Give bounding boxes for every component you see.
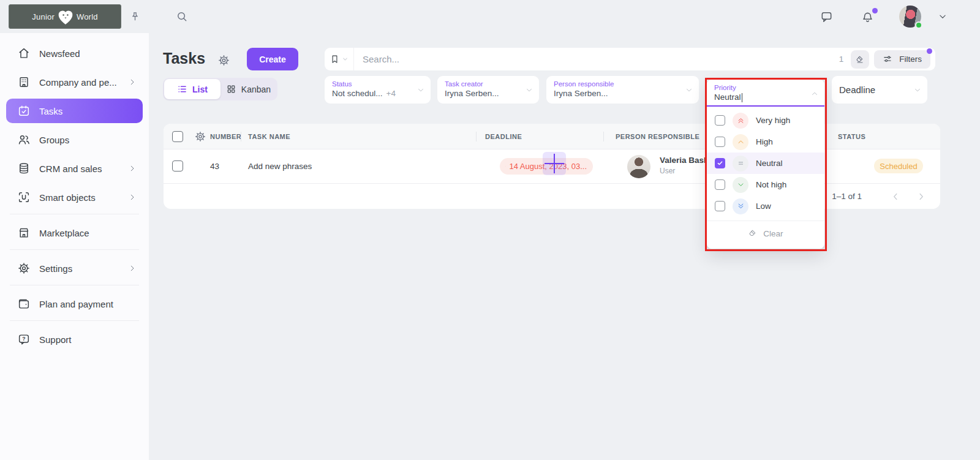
option-checkbox-checked[interactable] <box>715 158 725 168</box>
app-logo[interactable]: Junior World <box>9 4 121 29</box>
divider <box>10 320 139 321</box>
sidebar-item-settings[interactable]: Settings <box>6 256 143 281</box>
users-icon <box>17 133 31 146</box>
priority-option-neutral[interactable]: Neutral <box>707 153 824 174</box>
divider <box>241 132 241 141</box>
option-label: Neutral <box>756 159 783 168</box>
eraser-icon <box>748 228 758 238</box>
row-checkbox[interactable] <box>172 160 183 172</box>
sidebar-item-label: Newsfeed <box>39 48 80 59</box>
notifications-bell-icon[interactable] <box>861 10 875 24</box>
sidebar-item-tasks[interactable]: Tasks <box>6 99 143 123</box>
heart-logo-icon <box>55 6 76 27</box>
chevron-down-icon <box>733 177 748 193</box>
filter-value: Iryna Serben... <box>554 88 683 99</box>
sidebar-item-newsfeed[interactable]: Newsfeed <box>6 41 143 66</box>
filter-label: Priority <box>714 83 809 92</box>
chat-icon[interactable] <box>820 10 834 24</box>
saved-searches-dropdown[interactable] <box>325 48 354 70</box>
filters-label: Filters <box>899 55 922 64</box>
chevron-right-icon <box>128 164 137 173</box>
pagination-next-button[interactable] <box>916 191 927 202</box>
calendar-check-icon <box>17 104 31 118</box>
chevron-right-icon <box>128 193 137 202</box>
sidebar-item-label: Company and pe... <box>39 77 117 88</box>
person-avatar[interactable] <box>627 155 650 178</box>
deadline-text: 14 August, 2023, 03... <box>510 162 587 171</box>
list-icon <box>177 84 187 94</box>
sidebar-item-label: Marketplace <box>39 228 89 238</box>
priority-options-list: Very high High Neutral Not high <box>707 107 824 217</box>
option-label: Not high <box>756 180 786 189</box>
filter-task-creator[interactable]: Task creator Iryna Serben... <box>437 76 539 104</box>
priority-option-very-high[interactable]: Very high <box>707 110 824 131</box>
wallet-icon <box>17 297 31 311</box>
clear-label: Clear <box>763 229 783 238</box>
option-checkbox[interactable] <box>715 137 725 147</box>
column-header-status[interactable]: STATUS <box>838 124 865 149</box>
priority-clear-button[interactable]: Clear <box>707 221 824 246</box>
cell-task-name[interactable]: Add new phrases <box>248 149 312 183</box>
sidebar-item-marketplace[interactable]: Marketplace <box>6 221 143 245</box>
priority-filter-field[interactable]: Priority Neutral <box>707 80 824 107</box>
user-avatar[interactable] <box>899 6 921 28</box>
filter-label: Deadline <box>839 85 875 95</box>
filter-person-responsible[interactable]: Person responsible Iryna Serben... <box>546 76 699 104</box>
clear-search-button[interactable] <box>851 50 869 69</box>
status-badge[interactable]: Scheduled <box>874 159 923 173</box>
sidebar-item-company[interactable]: Company and pe... <box>6 70 143 94</box>
filter-status[interactable]: Status Not schedul...+4 <box>325 76 431 104</box>
main-content: Tasks Create 1 Filters List <box>149 33 980 460</box>
priority-option-low[interactable]: Low <box>707 195 824 217</box>
pin-sidebar-icon[interactable] <box>129 11 141 23</box>
filters-active-dot <box>927 48 932 54</box>
notification-dot <box>872 8 878 13</box>
option-checkbox[interactable] <box>715 179 725 190</box>
column-header-number[interactable]: NUMBER <box>210 124 241 149</box>
chevron-down-icon <box>913 86 922 94</box>
column-header-person-responsible[interactable]: PERSON RESPONSIBLE <box>616 124 699 149</box>
option-checkbox[interactable] <box>715 115 725 126</box>
sidebar-item-groups[interactable]: Groups <box>6 127 143 152</box>
filter-label: Status <box>332 80 415 88</box>
tab-kanban[interactable]: Kanban <box>221 79 276 99</box>
pagination-prev-button[interactable] <box>890 191 901 202</box>
page-title: Tasks <box>163 50 205 67</box>
priority-input-value[interactable]: Neutral <box>714 92 741 103</box>
filter-more-count: +4 <box>386 89 396 98</box>
global-search-icon[interactable] <box>175 10 189 23</box>
table-settings-gear-icon[interactable] <box>194 130 206 143</box>
priority-option-not-high[interactable]: Not high <box>707 174 824 195</box>
column-header-deadline[interactable]: DEADLINE <box>485 124 522 149</box>
divider <box>476 132 477 141</box>
gear-icon <box>17 262 31 275</box>
help-bubble-icon: ? <box>17 333 31 346</box>
column-header-task-name[interactable]: TASK NAME <box>248 124 290 149</box>
filters-button[interactable]: Filters <box>874 50 930 69</box>
create-button[interactable]: Create <box>247 48 298 70</box>
chevron-down-icon <box>342 56 349 62</box>
database-icon <box>17 162 31 175</box>
cell-deadline[interactable]: 14 August, 2023, 03... <box>500 158 593 175</box>
sidebar-item-support[interactable]: ? Support <box>6 327 143 352</box>
sidebar-item-crm[interactable]: CRM and sales <box>6 156 143 181</box>
profile-chevron-down-icon[interactable] <box>937 11 948 22</box>
sidebar-item-smart-objects[interactable]: Smart objects <box>6 185 143 209</box>
sidebar-item-label: CRM and sales <box>39 164 102 174</box>
search-input[interactable] <box>354 54 839 64</box>
priority-option-high[interactable]: High <box>707 131 824 153</box>
sliders-icon <box>883 54 893 64</box>
eraser-icon <box>855 55 865 64</box>
chevron-down-icon <box>525 86 533 94</box>
option-checkbox[interactable] <box>715 201 725 211</box>
option-label: Very high <box>756 116 790 125</box>
chevron-up-icon <box>733 134 748 150</box>
page-settings-gear-icon[interactable] <box>217 54 230 67</box>
tab-label: Kanban <box>241 85 271 94</box>
tab-list[interactable]: List <box>164 79 221 99</box>
chevron-up-icon[interactable] <box>810 89 819 98</box>
sidebar-item-plan-payment[interactable]: Plan and payment <box>6 292 143 316</box>
sidebar-item-label: Groups <box>39 135 69 145</box>
select-all-checkbox[interactable] <box>172 131 183 142</box>
filter-deadline[interactable]: Deadline <box>832 76 927 104</box>
